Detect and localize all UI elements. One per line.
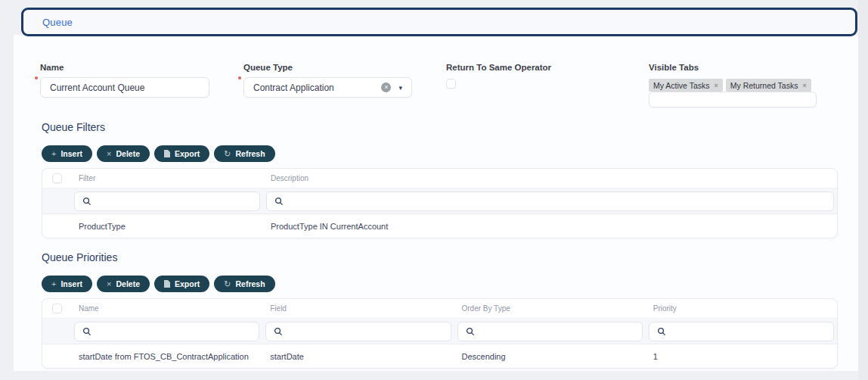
file-icon (164, 280, 170, 288)
search-icon (82, 197, 91, 206)
refresh-button[interactable]: ↻ Refresh (214, 276, 274, 292)
queue-filters-heading: Queue Filters (42, 121, 105, 133)
name-input[interactable]: Current Account Queue (40, 77, 209, 98)
priority-column-search-input[interactable] (649, 322, 834, 341)
clear-icon[interactable]: × (381, 83, 391, 92)
tag-my-returned-tasks: My Returned Tasks × (726, 79, 811, 92)
queue-type-field-label: Queue Type (243, 63, 293, 72)
select-all-checkbox[interactable] (52, 173, 62, 183)
tag-label: My Returned Tasks (730, 81, 798, 90)
name-field-label: Name (40, 63, 64, 72)
delete-button[interactable]: × Delete (97, 276, 150, 292)
refresh-button-label: Refresh (235, 149, 265, 158)
field-column-search-input[interactable] (265, 322, 451, 341)
queue-header-box: Queue (21, 8, 857, 36)
refresh-button-label: Refresh (235, 279, 265, 288)
export-button-label: Export (175, 149, 200, 158)
column-header-field[interactable]: Field (262, 304, 454, 313)
vertical-scrollbar[interactable] (858, 0, 868, 380)
description-cell: ProductType IN CurrentAccount (263, 222, 837, 231)
priority-name-cell: startDate from FTOS_CB_ContractApplicati… (71, 352, 262, 361)
priorities-search-row (42, 318, 837, 344)
column-header-order-by-type[interactable]: Order By Type (454, 304, 646, 313)
queue-type-selected-value: Contract Application (253, 83, 381, 93)
description-column-search-input[interactable] (266, 192, 834, 211)
export-button-label: Export (175, 279, 200, 288)
priority-field-cell: startDate (262, 352, 454, 361)
queue-priorities-heading: Queue Priorities (42, 251, 117, 263)
order-by-type-column-search-input[interactable] (457, 322, 643, 341)
priority-value-cell: 1 (646, 352, 837, 361)
priorities-table-header-row: Name Field Order By Type Priority (42, 299, 837, 318)
plus-icon: + (51, 279, 56, 288)
filters-toolbar: + Insert × Delete Export ↻ Refresh (42, 145, 275, 162)
tag-remove-icon[interactable]: × (802, 82, 806, 89)
filter-column-search-input[interactable] (74, 192, 260, 211)
close-icon: × (107, 279, 111, 288)
search-icon (466, 327, 475, 336)
refresh-icon: ↻ (224, 279, 231, 289)
queue-type-select[interactable]: Contract Application × ▾ (243, 77, 412, 98)
export-button[interactable]: Export (154, 145, 209, 162)
plus-icon: + (51, 149, 56, 158)
name-input-value: Current Account Queue (50, 83, 144, 93)
insert-button-label: Insert (60, 279, 82, 288)
insert-button-label: Insert (60, 149, 82, 158)
tag-remove-icon[interactable]: × (715, 82, 718, 89)
close-icon: × (107, 149, 111, 158)
delete-button-label: Delete (116, 149, 140, 158)
chevron-down-icon[interactable]: ▾ (398, 84, 402, 92)
visible-tabs-input[interactable] (649, 92, 817, 107)
column-header-description[interactable]: Description (263, 174, 837, 182)
tag-label: My Active Tasks (653, 81, 710, 90)
column-header-name[interactable]: Name (71, 304, 262, 313)
required-indicator (238, 76, 241, 79)
refresh-button[interactable]: ↻ Refresh (214, 145, 274, 162)
delete-button-label: Delete (116, 279, 140, 288)
search-icon (657, 327, 666, 336)
visible-tabs-tag-list: My Active Tasks × My Returned Tasks × (649, 79, 811, 92)
filters-table-header-row: Filter Description (42, 169, 837, 188)
priorities-toolbar: + Insert × Delete Export ↻ Refresh (42, 276, 275, 292)
visible-tabs-label: Visible Tabs (649, 63, 699, 72)
required-indicator (35, 76, 38, 79)
column-header-priority[interactable]: Priority (646, 304, 837, 313)
tag-my-active-tasks: My Active Tasks × (649, 79, 723, 92)
select-all-checkbox[interactable] (52, 304, 62, 313)
export-button[interactable]: Export (154, 276, 209, 292)
search-icon (274, 327, 283, 336)
search-icon (274, 197, 284, 206)
filter-cell: ProductType (71, 222, 263, 231)
page-title: Queue (42, 17, 73, 28)
name-column-search-input[interactable] (74, 322, 259, 341)
return-to-same-operator-label: Return To Same Operator (446, 63, 551, 72)
return-to-same-operator-checkbox[interactable] (446, 79, 456, 89)
insert-button[interactable]: + Insert (42, 145, 92, 162)
column-header-filter[interactable]: Filter (71, 174, 263, 182)
table-row[interactable]: ProductType ProductType IN CurrentAccoun… (42, 213, 837, 238)
search-icon (82, 327, 91, 336)
table-row[interactable]: startDate from FTOS_CB_ContractApplicati… (42, 344, 837, 369)
file-icon (164, 150, 170, 157)
filters-search-row (42, 188, 837, 213)
delete-button[interactable]: × Delete (97, 145, 150, 162)
priority-order-by-type-cell: Descending (454, 352, 646, 361)
queue-priorities-table: Name Field Order By Type Priority (42, 298, 838, 369)
queue-filters-table: Filter Description ProductType ProductTy… (42, 168, 838, 238)
refresh-icon: ↻ (224, 149, 231, 159)
insert-button[interactable]: + Insert (42, 276, 92, 292)
